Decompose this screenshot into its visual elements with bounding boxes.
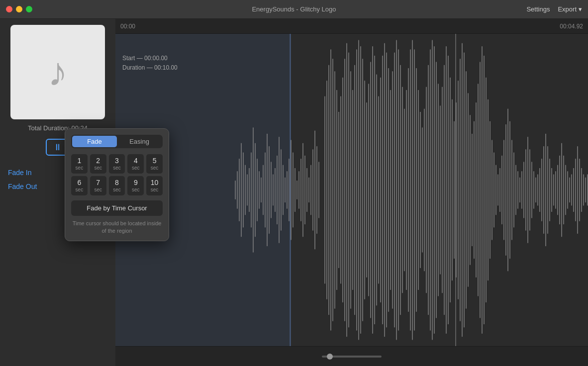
svg-rect-66 xyxy=(366,102,367,277)
svg-rect-47 xyxy=(328,65,329,315)
svg-rect-69 xyxy=(372,46,373,334)
svg-rect-72 xyxy=(378,96,379,284)
svg-rect-26 xyxy=(283,165,284,215)
svg-rect-14 xyxy=(259,171,260,208)
svg-rect-2 xyxy=(235,181,236,199)
svg-rect-13 xyxy=(257,159,258,221)
svg-rect-88 xyxy=(410,49,411,330)
svg-rect-176 xyxy=(585,178,586,202)
sec-btn-7[interactable]: 7sec xyxy=(90,176,106,195)
svg-rect-121 xyxy=(476,102,477,277)
svg-rect-68 xyxy=(370,62,371,318)
svg-rect-51 xyxy=(336,90,337,290)
svg-rect-27 xyxy=(285,178,286,202)
svg-rect-108 xyxy=(450,78,451,302)
popup-tabs: Fade Easing xyxy=(71,135,163,148)
svg-rect-81 xyxy=(396,40,397,340)
svg-rect-135 xyxy=(503,140,504,240)
sec-btn-5[interactable]: 5sec xyxy=(146,154,163,174)
titlebar-actions: Settings Export ▾ xyxy=(526,5,582,13)
svg-rect-62 xyxy=(358,40,359,340)
svg-rect-57 xyxy=(348,53,349,328)
sec-btn-3[interactable]: 3sec xyxy=(109,154,125,174)
sec-btn-8[interactable]: 8sec xyxy=(109,176,125,195)
sec-btn-6[interactable]: 6sec xyxy=(71,176,88,195)
minimize-button[interactable] xyxy=(16,6,22,12)
window-controls xyxy=(6,6,32,12)
timeline-header: 00:00 00:04.92 xyxy=(115,19,588,34)
time-start: 00:00 xyxy=(120,23,135,30)
svg-rect-166 xyxy=(565,165,566,215)
svg-rect-53 xyxy=(340,96,341,284)
svg-rect-52 xyxy=(338,112,339,268)
svg-rect-41 xyxy=(312,149,313,230)
svg-rect-154 xyxy=(541,159,542,221)
svg-rect-102 xyxy=(438,84,439,296)
settings-button[interactable]: Settings xyxy=(526,5,550,13)
svg-rect-153 xyxy=(539,168,540,212)
svg-rect-127 xyxy=(488,99,489,280)
waveform-canvas[interactable]: Start — 00:00.00 Duration — 00:10.00 xyxy=(115,34,588,346)
svg-rect-48 xyxy=(330,49,331,330)
svg-rect-117 xyxy=(468,93,469,286)
svg-rect-142 xyxy=(517,171,518,208)
svg-rect-149 xyxy=(531,162,532,218)
svg-rect-120 xyxy=(474,121,475,259)
svg-rect-3 xyxy=(237,171,238,208)
fade-popup: Fade Easing 1sec 2sec 3sec 4sec 5sec 6se… xyxy=(65,128,169,241)
maximize-button[interactable] xyxy=(26,6,32,12)
svg-rect-34 xyxy=(298,171,299,208)
svg-rect-169 xyxy=(571,175,572,206)
svg-rect-7 xyxy=(245,165,246,215)
svg-rect-103 xyxy=(440,105,441,274)
tab-easing[interactable]: Easing xyxy=(117,136,162,147)
svg-rect-89 xyxy=(412,40,413,340)
sec-btn-1[interactable]: 1sec xyxy=(71,154,88,174)
svg-rect-82 xyxy=(398,49,399,330)
sec-btn-2[interactable]: 2sec xyxy=(90,154,106,174)
svg-rect-174 xyxy=(581,168,582,212)
export-button[interactable]: Export ▾ xyxy=(558,5,582,13)
svg-rect-29 xyxy=(289,159,290,221)
svg-rect-162 xyxy=(557,165,558,215)
svg-rect-37 xyxy=(304,156,305,224)
svg-rect-77 xyxy=(388,68,389,312)
svg-rect-100 xyxy=(434,46,435,334)
svg-rect-168 xyxy=(569,178,570,202)
svg-rect-172 xyxy=(577,146,578,234)
svg-rect-171 xyxy=(575,159,576,221)
svg-rect-79 xyxy=(392,71,393,308)
svg-rect-45 xyxy=(324,96,325,284)
volume-slider[interactable] xyxy=(322,356,382,358)
tab-fade[interactable]: Fade xyxy=(72,136,117,147)
svg-rect-136 xyxy=(505,124,506,256)
svg-rect-106 xyxy=(446,46,447,334)
sec-btn-9[interactable]: 9sec xyxy=(127,176,144,195)
time-end: 00:04.92 xyxy=(560,23,583,30)
close-button[interactable] xyxy=(6,6,12,12)
svg-rect-8 xyxy=(247,175,248,206)
svg-rect-139 xyxy=(511,140,512,240)
svg-rect-156 xyxy=(545,134,546,246)
svg-rect-19 xyxy=(269,146,270,234)
svg-rect-119 xyxy=(472,134,473,246)
svg-rect-134 xyxy=(501,156,502,224)
svg-rect-12 xyxy=(255,143,256,237)
svg-rect-130 xyxy=(493,153,494,228)
svg-rect-159 xyxy=(551,168,552,212)
svg-rect-71 xyxy=(376,75,377,306)
svg-rect-150 xyxy=(533,171,534,208)
svg-rect-146 xyxy=(525,149,526,230)
svg-rect-126 xyxy=(486,78,487,302)
svg-rect-109 xyxy=(452,99,453,280)
svg-rect-98 xyxy=(430,49,431,330)
sec-btn-10[interactable]: 10sec xyxy=(146,176,163,195)
svg-rect-17 xyxy=(265,153,266,228)
sec-btn-4[interactable]: 4sec xyxy=(127,154,144,174)
fade-by-time-cursor-button[interactable]: Fade by Time Cursor xyxy=(71,200,163,216)
svg-rect-11 xyxy=(253,127,254,252)
svg-rect-78 xyxy=(390,90,391,290)
titlebar: EnergySounds - Glitchy Logo Settings Exp… xyxy=(0,0,588,19)
svg-rect-92 xyxy=(418,90,419,290)
svg-rect-95 xyxy=(424,109,425,272)
